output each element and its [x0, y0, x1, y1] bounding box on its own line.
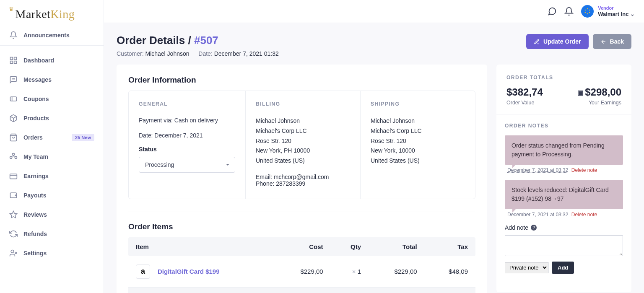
team-icon — [9, 153, 18, 161]
status-select[interactable]: Processing — [139, 157, 235, 173]
sidebar-item-reviews[interactable]: Reviews — [0, 205, 104, 224]
wallet-icon — [9, 172, 18, 180]
svg-rect-2 — [14, 61, 17, 64]
earnings-icon: ▣ — [577, 89, 583, 96]
sidebar-announcements[interactable]: Announcements — [0, 25, 104, 46]
delete-note-link[interactable]: Delete note — [571, 167, 597, 173]
svg-marker-13 — [10, 211, 17, 218]
sidebar-item-coupons[interactable]: Coupons — [0, 89, 104, 109]
add-note-button[interactable]: Add — [552, 262, 574, 274]
topbar: Vendor Walmart Inc ⌄ — [104, 0, 644, 23]
billing-column: BILLING Michael Johnson Michael's Corp L… — [245, 91, 360, 199]
back-button[interactable]: Back — [593, 34, 631, 49]
vendor-switcher[interactable]: Vendor Walmart Inc ⌄ — [581, 5, 635, 18]
svg-point-14 — [11, 250, 14, 253]
svg-rect-3 — [10, 61, 13, 64]
svg-point-19 — [589, 10, 590, 10]
page-title: Order Details / #507 — [117, 34, 279, 47]
grid-icon — [9, 56, 18, 65]
order-note: Stock levels reduced: DigitalGift Card $… — [505, 180, 623, 209]
sidebar-item-earnings[interactable]: Earnings — [0, 166, 104, 186]
main: Vendor Walmart Inc ⌄ Order Details / #50… — [104, 0, 644, 293]
message-icon — [9, 75, 18, 84]
spark-icon — [584, 8, 591, 15]
sidebar-item-team[interactable]: My Team — [0, 147, 104, 166]
arrow-left-icon — [600, 39, 607, 45]
general-column: GENERAL Payment via: Cash on delivery Da… — [129, 91, 245, 199]
svg-point-6 — [14, 79, 15, 79]
svg-rect-11 — [10, 174, 17, 179]
edit-icon — [534, 39, 540, 45]
announcements-label: Announcements — [23, 32, 70, 39]
logo[interactable]: ♛MarketKing — [0, 0, 104, 25]
table-row: a DigitalGift Card $199 $229,00 × 1 $229… — [128, 256, 475, 288]
svg-point-21 — [589, 12, 590, 13]
chevron-down-icon: ⌄ — [630, 11, 635, 17]
order-value-amount: $382,74 — [506, 86, 543, 98]
vendor-name: Walmart Inc — [598, 11, 628, 17]
svg-point-8 — [13, 153, 15, 156]
svg-rect-1 — [14, 57, 17, 60]
settings-icon — [9, 249, 18, 257]
payout-icon — [9, 191, 18, 200]
note-type-select[interactable]: Private note — [505, 262, 548, 273]
update-order-button[interactable]: Update Order — [526, 34, 588, 49]
order-items-heading: Order Items — [117, 222, 487, 237]
box-icon — [9, 114, 18, 122]
svg-point-18 — [585, 10, 586, 10]
star-icon — [9, 210, 18, 219]
sidebar-item-settings[interactable]: Settings — [0, 244, 104, 263]
sidebar-nav: Dashboard Messages Coupons Products Orde… — [0, 46, 104, 268]
product-link[interactable]: DigitalGift Card $199 — [158, 268, 220, 275]
order-note: Order status changed from Pending paymen… — [505, 135, 623, 165]
sidebar-item-payouts[interactable]: Payouts — [0, 186, 104, 205]
earnings-amount: $298,00 — [585, 86, 621, 98]
svg-point-20 — [585, 12, 586, 13]
page-subline: Customer: Michael Johnson Date: December… — [117, 50, 279, 57]
delete-note-link[interactable]: Delete note — [571, 212, 597, 218]
sidebar: ♛MarketKing Announcements Dashboard Mess… — [0, 0, 104, 293]
help-icon[interactable]: ? — [531, 225, 537, 231]
note-textarea[interactable] — [505, 235, 623, 256]
shipping-column: SHIPPING Michael Johnson Michael's Corp … — [360, 91, 475, 199]
bell-icon[interactable] — [564, 7, 574, 16]
items-table: Item Cost Qty Total Tax — [128, 237, 475, 293]
chat-icon[interactable] — [548, 7, 557, 16]
ticket-icon — [9, 95, 18, 103]
avatar — [581, 5, 594, 18]
cart-icon — [9, 133, 18, 142]
sidebar-item-dashboard[interactable]: Dashboard — [0, 51, 104, 70]
sidebar-item-messages[interactable]: Messages — [0, 70, 104, 89]
svg-point-5 — [13, 79, 14, 79]
svg-rect-7 — [10, 97, 17, 101]
order-info-heading: Order Information — [117, 75, 487, 91]
svg-point-17 — [587, 13, 588, 14]
product-thumb: a — [136, 264, 150, 279]
svg-point-15 — [15, 252, 16, 254]
sidebar-item-refunds[interactable]: Refunds — [0, 224, 104, 244]
svg-point-16 — [587, 8, 588, 9]
svg-rect-0 — [10, 57, 13, 60]
vendor-role: Vendor — [598, 5, 635, 11]
order-sidebar: ORDER TOTALS $382,74 Order Value ▣$298,0… — [496, 65, 631, 292]
svg-point-4 — [12, 79, 13, 79]
order-number: #507 — [194, 34, 218, 47]
sidebar-item-products[interactable]: Products — [0, 109, 104, 128]
refresh-icon — [9, 230, 18, 238]
order-panel: Order Information GENERAL Payment via: C… — [117, 65, 487, 293]
bell-icon — [9, 31, 18, 39]
sidebar-item-orders[interactable]: Orders 25 New — [0, 128, 104, 147]
orders-badge: 25 New — [72, 134, 94, 141]
